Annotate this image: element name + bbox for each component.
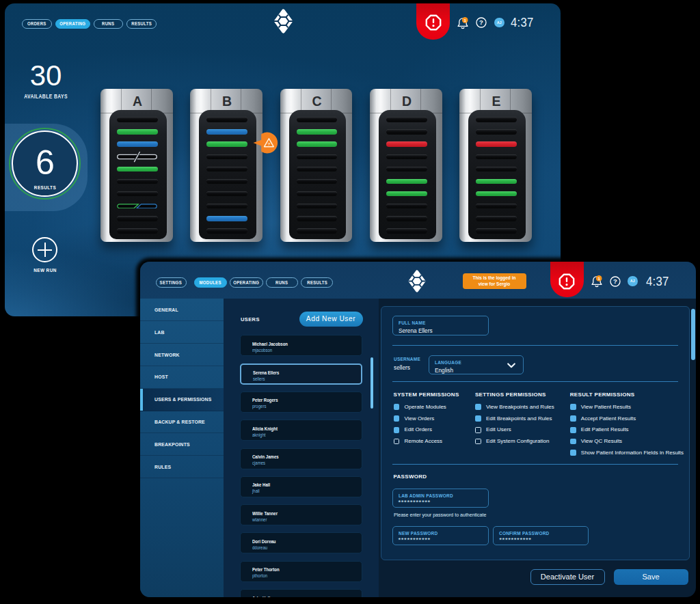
svg-text:?: ? [479, 18, 483, 26]
svg-text:?: ? [613, 277, 617, 285]
svg-text:?: ? [268, 141, 271, 146]
svg-text:1: 1 [463, 17, 466, 22]
svg-text:1: 1 [597, 275, 600, 280]
